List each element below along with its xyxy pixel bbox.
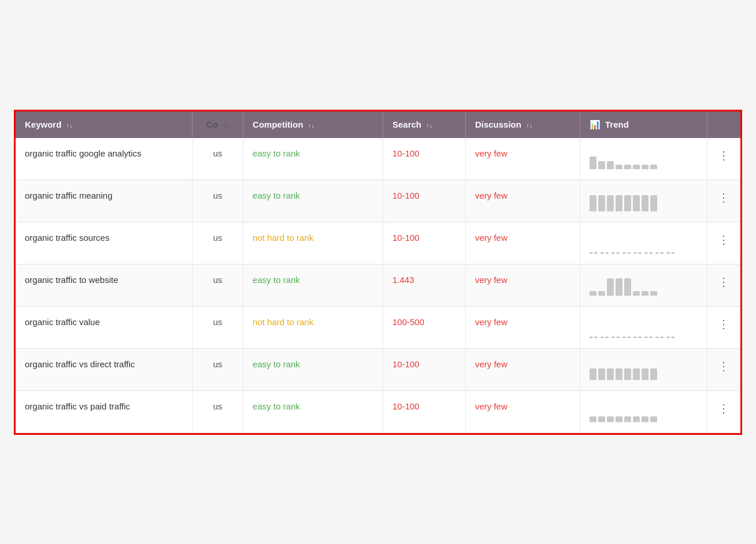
- more-options-icon[interactable]: ⋮: [717, 191, 731, 204]
- more-options-icon[interactable]: ⋮: [717, 233, 731, 247]
- table-row: organic traffic meaninguseasy to rank10-…: [16, 180, 740, 222]
- cell-keyword: organic traffic value: [16, 306, 192, 348]
- table-row: organic traffic valueusnot hard to rank1…: [16, 306, 740, 348]
- cell-discussion: very few: [465, 390, 580, 433]
- trend-bar: [650, 416, 657, 422]
- trend-bars: [590, 359, 698, 380]
- cell-trend: [580, 348, 707, 390]
- cell-country: us: [192, 348, 243, 390]
- trend-bar: [642, 195, 648, 211]
- trend-bar: [650, 195, 657, 211]
- cell-discussion: very few: [465, 264, 580, 306]
- cell-discussion: very few: [465, 348, 580, 390]
- more-options-icon[interactable]: ⋮: [717, 148, 731, 162]
- cell-discussion: very few: [465, 222, 580, 264]
- sort-icon-competition[interactable]: ↑↓: [308, 122, 314, 129]
- cell-discussion: very few: [465, 138, 580, 180]
- more-options-icon[interactable]: ⋮: [717, 401, 731, 415]
- header-country[interactable]: Co ↑↓: [192, 111, 243, 138]
- cell-country: us: [192, 264, 243, 306]
- trend-bars: [590, 191, 698, 211]
- cell-actions[interactable]: ⋮: [707, 180, 740, 222]
- header-trend[interactable]: 📊 Trend: [580, 111, 707, 138]
- cell-search: 10-100: [383, 180, 466, 222]
- trend-bars: [590, 275, 698, 296]
- cell-keyword: organic traffic to website: [16, 264, 192, 306]
- trend-bar: [616, 165, 622, 169]
- trend-bar: [590, 157, 596, 169]
- trend-bar: [590, 252, 598, 254]
- trend-bar: [624, 368, 631, 380]
- trend-bar: [633, 195, 640, 211]
- table-row: organic traffic sourcesusnot hard to ran…: [16, 222, 740, 264]
- trend-bar: [616, 195, 622, 211]
- cell-trend: [580, 222, 707, 264]
- trend-bar: [642, 368, 648, 380]
- trend-bar: [642, 291, 648, 296]
- keyword-table: Keyword ↑↓ Co ↑↓ Competition ↑↓ Search ↑…: [16, 111, 740, 433]
- header-keyword[interactable]: Keyword ↑↓: [16, 111, 192, 138]
- sort-icon-search[interactable]: ↑↓: [426, 122, 432, 129]
- cell-competition: not hard to rank: [243, 222, 383, 264]
- cell-keyword: organic traffic vs direct traffic: [16, 348, 192, 390]
- cell-keyword: organic traffic google analytics: [16, 138, 192, 180]
- cell-trend: [580, 180, 707, 222]
- cell-country: us: [192, 222, 243, 264]
- trend-bar: [598, 368, 605, 380]
- cell-actions[interactable]: ⋮: [707, 390, 740, 433]
- trend-bar: [650, 165, 657, 169]
- trend-bar: [607, 416, 614, 422]
- more-options-icon[interactable]: ⋮: [717, 317, 731, 331]
- more-options-icon[interactable]: ⋮: [717, 359, 731, 373]
- trend-bar: [601, 337, 609, 338]
- trend-bar: [633, 337, 642, 338]
- cell-country: us: [192, 180, 243, 222]
- trend-bars: [590, 148, 698, 169]
- cell-actions[interactable]: ⋮: [707, 348, 740, 390]
- trend-bars: [590, 233, 698, 254]
- trend-bar: [601, 252, 609, 254]
- header-discussion[interactable]: Discussion ↑↓: [465, 111, 580, 138]
- trend-bar: [655, 337, 664, 338]
- trend-bars: [590, 317, 698, 338]
- trend-bar: [633, 416, 640, 422]
- cell-actions[interactable]: ⋮: [707, 264, 740, 306]
- cell-country: us: [192, 138, 243, 180]
- trend-bar: [650, 368, 657, 380]
- cell-search: 100-500: [383, 306, 466, 348]
- cell-competition: easy to rank: [243, 390, 383, 433]
- trend-bar: [633, 165, 640, 169]
- keyword-table-container: Keyword ↑↓ Co ↑↓ Competition ↑↓ Search ↑…: [14, 110, 742, 435]
- more-options-icon[interactable]: ⋮: [717, 275, 731, 289]
- trend-bar: [644, 337, 653, 338]
- cell-keyword: organic traffic meaning: [16, 180, 192, 222]
- cell-trend: [580, 138, 707, 180]
- trend-chart-icon: 📊: [590, 120, 601, 130]
- cell-actions[interactable]: ⋮: [707, 138, 740, 180]
- trend-bar: [666, 337, 675, 338]
- trend-bar: [644, 252, 653, 254]
- trend-bar: [616, 278, 622, 296]
- header-search[interactable]: Search ↑↓: [383, 111, 466, 138]
- cell-country: us: [192, 306, 243, 348]
- header-competition[interactable]: Competition ↑↓: [243, 111, 383, 138]
- cell-competition: not hard to rank: [243, 306, 383, 348]
- trend-bar: [598, 291, 605, 296]
- trend-bar: [642, 165, 648, 169]
- trend-bar: [624, 416, 631, 422]
- sort-icon-discussion[interactable]: ↑↓: [526, 122, 532, 129]
- cell-actions[interactable]: ⋮: [707, 306, 740, 348]
- sort-icon-country[interactable]: ↑↓: [223, 122, 229, 129]
- cell-search: 10-100: [383, 390, 466, 433]
- table-row: organic traffic vs paid trafficuseasy to…: [16, 390, 740, 433]
- trend-bar: [650, 291, 657, 296]
- cell-trend: [580, 264, 707, 306]
- sort-icon-keyword[interactable]: ↑↓: [66, 122, 73, 129]
- trend-bar: [590, 195, 596, 211]
- cell-discussion: very few: [465, 306, 580, 348]
- cell-actions[interactable]: ⋮: [707, 222, 740, 264]
- trend-bar: [598, 195, 605, 211]
- trend-bar: [624, 278, 631, 296]
- cell-keyword: organic traffic vs paid traffic: [16, 390, 192, 433]
- trend-bar: [666, 252, 675, 254]
